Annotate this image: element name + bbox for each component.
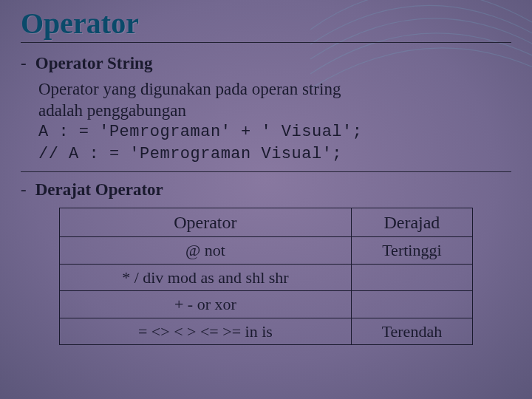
table-row: * / div mod as and shl shr [60, 264, 473, 291]
cell-level: Tertinggi [351, 237, 472, 265]
slide-title: Operator [21, 6, 511, 41]
cell-level [351, 291, 472, 318]
precedence-table: Operator Derajad @ not Tertinggi * / div… [59, 208, 473, 345]
code-line-2: // A : = 'Pemrograman Visual'; [38, 143, 511, 166]
bullet-operator-string: - Operator String [21, 53, 511, 75]
section1-desc1: Operator yang digunakan pada operan stri… [38, 79, 511, 100]
section1-desc2: adalah penggabungan [38, 100, 511, 122]
cell-level: Terendah [351, 318, 472, 345]
cell-ops: = <> < > <= >= in is [60, 318, 352, 345]
bullet-dash: - [21, 53, 31, 75]
title-underline [21, 42, 511, 43]
header-derajad: Derajad [351, 208, 472, 237]
code-line-1: A : = 'Pemrograman' + ' Visual'; [38, 121, 511, 143]
cell-level [351, 264, 472, 291]
slide-body: - Operator String Operator yang digunaka… [21, 53, 511, 345]
header-operator: Operator [60, 208, 352, 237]
cell-ops: * / div mod as and shl shr [60, 264, 352, 291]
section2-heading: Derajat Operator [35, 180, 163, 199]
cell-ops: @ not [60, 237, 352, 265]
slide: Operator - Operator String Operator yang… [0, 0, 532, 399]
bullet-derajat-operator: - Derajat Operator [21, 180, 511, 201]
section1-heading: Operator String [35, 54, 153, 72]
section-divider [21, 171, 511, 172]
cell-ops: + - or xor [60, 291, 352, 318]
table-row: @ not Tertinggi [60, 237, 473, 265]
table-row: = <> < > <= >= in is Terendah [60, 318, 473, 345]
table-row: + - or xor [60, 291, 473, 318]
bullet-dash: - [21, 180, 31, 201]
table-header-row: Operator Derajad [60, 208, 473, 237]
